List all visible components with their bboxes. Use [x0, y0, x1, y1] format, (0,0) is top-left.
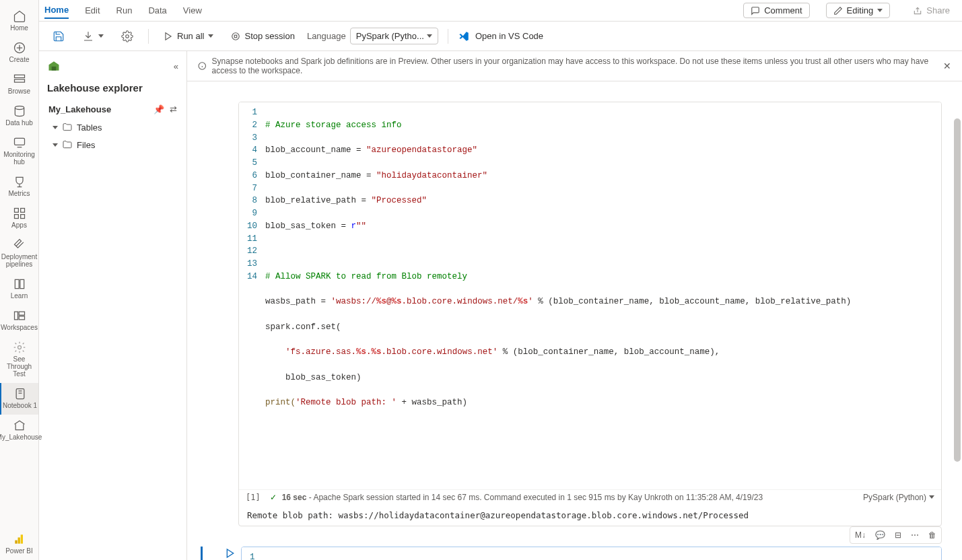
cell-1-lang[interactable]: PySpark (Python): [863, 493, 926, 502]
folder-icon: [62, 122, 73, 133]
play-icon: [164, 32, 173, 41]
svg-point-19: [232, 32, 240, 40]
rocket-icon: [13, 238, 26, 252]
rail-browse[interactable]: Browse: [0, 69, 38, 100]
close-info-icon[interactable]: ✕: [943, 61, 951, 71]
pin-icon[interactable]: 📌: [153, 104, 164, 114]
rail-learn-label: Learn: [11, 292, 28, 300]
rail-learn[interactable]: Learn: [0, 273, 38, 305]
stop-icon: [231, 32, 240, 41]
svg-rect-4: [14, 138, 24, 145]
cell-comment-button[interactable]: 💬: [872, 528, 889, 542]
menubar: Home Edit Run Data View Comment Editing …: [39, 0, 962, 22]
workspaces-icon: [13, 309, 26, 322]
convert-md-button[interactable]: M↓: [852, 528, 869, 542]
lakehouse-icon: [13, 419, 26, 432]
collapse-explorer-icon[interactable]: «: [174, 61, 178, 71]
gear-icon: [13, 341, 26, 354]
menu-home[interactable]: Home: [44, 2, 69, 19]
download-button[interactable]: [77, 28, 109, 45]
plus-circle-icon: [13, 41, 26, 55]
home-icon: [13, 9, 26, 23]
rail-workspaces[interactable]: Workspaces: [0, 305, 38, 337]
cell-collapse-button[interactable]: ⊟: [891, 528, 905, 542]
svg-rect-1: [14, 75, 24, 77]
language-select[interactable]: PySpark (Pytho...: [350, 28, 438, 44]
rail-workspaces-label: Workspaces: [1, 324, 38, 331]
share-icon: [913, 6, 922, 15]
chevron-down-icon: [53, 143, 58, 147]
data-hub-icon: [13, 104, 26, 118]
trophy-icon: [13, 175, 26, 188]
browse-icon: [13, 73, 26, 86]
menu-data[interactable]: Data: [148, 3, 166, 18]
run-all-button[interactable]: Run all: [158, 28, 219, 44]
rail-home-label: Home: [10, 24, 28, 32]
svg-rect-8: [20, 215, 24, 219]
explorer-pane: « Lakehouse explorer My_Lakehouse 📌 ⇄ Ta…: [39, 51, 187, 560]
rail-powerbi-label: Power BI: [5, 547, 33, 555]
notebook-area: Synapse notebooks and Spark job definiti…: [187, 51, 962, 560]
rail-notebook[interactable]: Notebook 1: [0, 383, 38, 415]
rail-notebook-label: Notebook 1: [3, 402, 37, 409]
lakehouse-tab-icon[interactable]: [47, 59, 61, 73]
monitor-icon: [13, 136, 26, 149]
svg-rect-5: [14, 209, 18, 213]
language-value: PySpark (Pytho...: [356, 31, 424, 41]
svg-rect-21: [52, 67, 57, 71]
svg-rect-2: [14, 79, 24, 82]
rail-create[interactable]: Create: [0, 37, 38, 69]
rail-monitoring[interactable]: Monitoring hub: [0, 132, 38, 171]
rail-apps[interactable]: Apps: [0, 203, 38, 234]
code-editor-2[interactable]: 1234 # Read Parquet file into a DataFram…: [242, 547, 941, 561]
scrollbar[interactable]: [954, 118, 961, 462]
menu-view[interactable]: View: [183, 3, 202, 18]
rail-monitoring-label: Monitoring hub: [0, 151, 38, 166]
rail-home[interactable]: Home: [0, 5, 38, 37]
apps-icon: [13, 207, 26, 220]
open-vscode-button[interactable]: Open in VS Code: [458, 30, 543, 42]
save-button[interactable]: [47, 28, 70, 45]
editing-label: Editing: [847, 5, 874, 15]
cell-2-toolbar: M↓ 💬 ⊟ ⋯ 🗑: [850, 526, 942, 544]
left-nav-rail: Home Create Browse Data hub Monitoring h…: [0, 0, 39, 560]
comment-icon: [751, 6, 760, 15]
save-icon: [53, 30, 65, 42]
rail-create-label: Create: [9, 56, 29, 63]
rail-mylakehouse-label: My_Lakehouse: [0, 433, 42, 441]
cell-more-button[interactable]: ⋯: [907, 528, 922, 542]
tree-files[interactable]: Files: [39, 136, 186, 153]
chevron-down-icon: [427, 34, 432, 38]
check-icon: ✓: [270, 493, 277, 502]
menu-edit[interactable]: Edit: [85, 3, 100, 18]
cell-1-status: [1] ✓ 16 sec - Apache Spark session star…: [239, 489, 941, 505]
refresh-icon[interactable]: ⇄: [170, 104, 177, 114]
rail-mylakehouse[interactable]: My_Lakehouse: [0, 415, 38, 446]
rail-seethrough[interactable]: See Through Test: [0, 337, 38, 383]
svg-rect-7: [14, 215, 18, 219]
share-label: Share: [926, 5, 950, 15]
stop-session-button[interactable]: Stop session: [226, 28, 300, 44]
editing-button[interactable]: Editing: [826, 3, 891, 18]
explorer-title: Lakehouse explorer: [39, 78, 186, 100]
book-icon: [13, 277, 26, 291]
rail-powerbi[interactable]: Power BI: [0, 528, 38, 560]
comment-button[interactable]: Comment: [743, 3, 809, 18]
menu-run[interactable]: Run: [116, 3, 133, 18]
svg-rect-16: [15, 540, 17, 544]
tree-tables[interactable]: Tables: [39, 118, 186, 136]
settings-button[interactable]: [116, 28, 139, 45]
code-editor-1[interactable]: 1234567891011121314 # Azure storage acce…: [239, 102, 941, 489]
run-cell-button[interactable]: [225, 548, 236, 559]
rail-datahub[interactable]: Data hub: [0, 100, 38, 132]
share-button[interactable]: Share: [906, 3, 957, 18]
chevron-down-icon: [98, 34, 104, 38]
pencil-icon: [833, 6, 843, 15]
chevron-down-icon: [208, 34, 213, 38]
rail-metrics[interactable]: Metrics: [0, 171, 38, 203]
lakehouse-name-row[interactable]: My_Lakehouse 📌 ⇄: [39, 100, 186, 118]
rail-deployment[interactable]: Deployment pipelines: [0, 234, 38, 273]
chevron-down-icon: [929, 495, 934, 499]
cell-delete-button[interactable]: 🗑: [925, 528, 940, 542]
svg-point-12: [18, 346, 21, 349]
